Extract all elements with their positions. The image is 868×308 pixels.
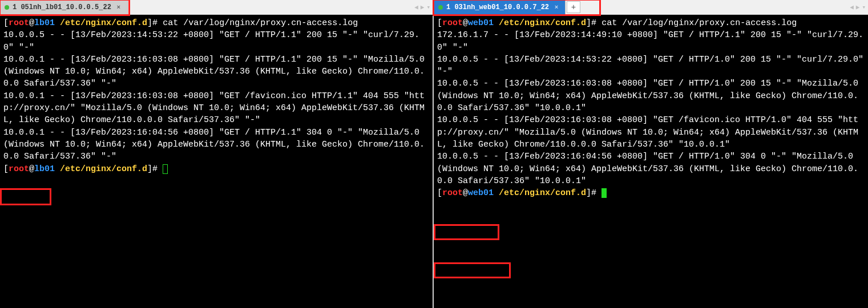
right-tab-label: 1 03lnh_web01_10.0.0.7_22	[446, 3, 549, 11]
right-terminal[interactable]: [root@web01 /etc/nginx/conf.d]# cat /var…	[434, 15, 868, 308]
prompt-user: root	[442, 18, 463, 28]
status-dot-icon	[5, 5, 9, 10]
right-tab-nav: ◀ ▶ ▾	[849, 0, 867, 14]
nav-menu-icon[interactable]: ▾	[425, 3, 431, 11]
prompt-path: /etc/nginx/conf.d	[499, 18, 586, 28]
right-pane: 1 03lnh_web01_10.0.0.7_22 × + ◀ ▶ ▾ [roo…	[434, 0, 868, 308]
right-tab-bar: 1 03lnh_web01_10.0.0.7_22 × + ◀ ▶ ▾	[434, 0, 868, 15]
prompt-user: root	[9, 18, 29, 28]
prompt-host: lb01	[34, 18, 55, 28]
left-command: cat /var/log/nginx/proxy.cn-access.log	[163, 18, 358, 28]
cursor-icon	[163, 164, 168, 174]
left-tab[interactable]: 1 05lnh_lb01_10.0.0.5_22 ×	[0, 0, 128, 14]
nav-left-icon[interactable]: ◀	[849, 3, 855, 11]
prompt-host: web01	[468, 18, 494, 28]
left-tab-bar: 1 05lnh_lb01_10.0.0.5_22 × ◀ ▶ ▾	[0, 0, 433, 15]
right-log-output: 172.16.1.7 - - [13/Feb/2023:14:49:10 +08…	[437, 30, 868, 186]
nav-menu-icon[interactable]: ▾	[861, 3, 867, 11]
right-command: cat /var/log/nginx/proxy.cn-access.log	[601, 18, 797, 28]
nav-left-icon[interactable]: ◀	[413, 3, 419, 11]
nav-right-icon[interactable]: ▶	[855, 3, 861, 11]
left-terminal[interactable]: [root@lb01 /etc/nginx/conf.d]# cat /var/…	[0, 15, 433, 308]
cursor-icon	[601, 188, 607, 198]
plus-icon: +	[571, 3, 576, 12]
left-tab-nav: ◀ ▶ ▾	[413, 0, 431, 14]
close-icon[interactable]: ×	[115, 3, 123, 11]
add-tab-button[interactable]: +	[567, 1, 580, 13]
prompt-suffix: ]#	[586, 18, 596, 28]
left-pane: 1 05lnh_lb01_10.0.0.5_22 × ◀ ▶ ▾ [root@l…	[0, 0, 434, 308]
prompt-suffix: ]#	[147, 18, 158, 28]
left-tab-label: 1 05lnh_lb01_10.0.0.5_22	[13, 3, 111, 11]
prompt-path: /etc/nginx/conf.d	[60, 18, 147, 28]
left-log-output: 10.0.0.5 - - [13/Feb/2023:14:53:22 +0800…	[3, 30, 430, 161]
status-dot-icon	[438, 5, 443, 10]
close-icon[interactable]: ×	[552, 3, 560, 11]
right-tab[interactable]: 1 03lnh_web01_10.0.0.7_22 ×	[434, 0, 566, 14]
nav-right-icon[interactable]: ▶	[419, 3, 426, 11]
